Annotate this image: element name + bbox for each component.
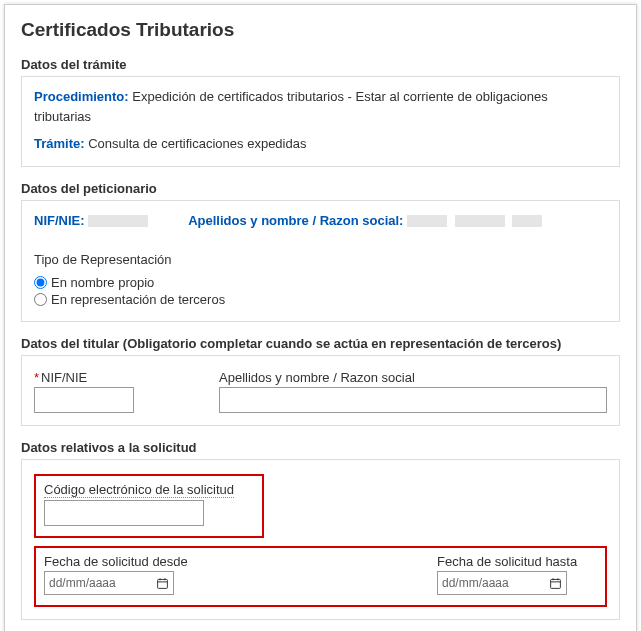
section-titular-title: Datos del titular (Obligatorio completar… bbox=[21, 336, 620, 351]
panel-tramite: Procedimiento: Expedición de certificado… bbox=[21, 76, 620, 167]
fecha-hasta-placeholder: dd/mm/aaaa bbox=[442, 576, 548, 590]
tramite-label: Trámite: bbox=[34, 136, 85, 151]
titular-nif-input[interactable] bbox=[34, 387, 134, 413]
apellidos-label: Apellidos y nombre / Razon social: bbox=[188, 213, 403, 228]
radio-propio[interactable] bbox=[34, 276, 47, 289]
fecha-desde-label: Fecha de solicitud desde bbox=[44, 554, 204, 569]
section-tramite-title: Datos del trámite bbox=[21, 57, 620, 72]
page-title: Certificados Tributarios bbox=[21, 19, 620, 41]
panel-peticionario: NIF/NIE: Apellidos y nombre / Razon soci… bbox=[21, 200, 620, 323]
titular-nif-label: NIF/NIE bbox=[41, 370, 87, 385]
fecha-hasta-label: Fecha de solicitud hasta bbox=[437, 554, 597, 569]
panel-solicitud: Código electrónico de la solicitud Fecha… bbox=[21, 459, 620, 620]
svg-rect-0 bbox=[157, 579, 167, 588]
fecha-hasta-input[interactable]: dd/mm/aaaa bbox=[437, 571, 567, 595]
highlight-codigo: Código electrónico de la solicitud bbox=[34, 474, 264, 538]
fecha-desde-input[interactable]: dd/mm/aaaa bbox=[44, 571, 174, 595]
titular-apellidos-input[interactable] bbox=[219, 387, 607, 413]
procedimiento-label: Procedimiento: bbox=[34, 89, 129, 104]
titular-apellidos-label: Apellidos y nombre / Razon social bbox=[219, 370, 607, 385]
required-marker: * bbox=[34, 370, 39, 385]
codigo-input[interactable] bbox=[44, 500, 204, 526]
tramite-value: Consulta de certificaciones expedidas bbox=[88, 136, 306, 151]
highlight-fechas: Fecha de solicitud desde dd/mm/aaaa Fech… bbox=[34, 546, 607, 607]
section-solicitud-title: Datos relativos a la solicitud bbox=[21, 440, 620, 455]
apellidos-value-redacted-1 bbox=[407, 215, 447, 227]
codigo-label: Código electrónico de la solicitud bbox=[44, 482, 234, 498]
apellidos-value-redacted-3 bbox=[512, 215, 542, 227]
calendar-icon[interactable] bbox=[155, 576, 169, 590]
radio-terceros-label: En representación de terceros bbox=[51, 292, 225, 307]
nif-label: NIF/NIE: bbox=[34, 213, 85, 228]
calendar-icon[interactable] bbox=[548, 576, 562, 590]
fecha-desde-placeholder: dd/mm/aaaa bbox=[49, 576, 155, 590]
apellidos-value-redacted-2 bbox=[455, 215, 505, 227]
panel-titular: *NIF/NIE Apellidos y nombre / Razon soci… bbox=[21, 355, 620, 426]
tipo-rep-label: Tipo de Representación bbox=[34, 252, 607, 267]
radio-terceros[interactable] bbox=[34, 293, 47, 306]
svg-rect-4 bbox=[550, 579, 560, 588]
radio-propio-label: En nombre propio bbox=[51, 275, 154, 290]
nif-value-redacted bbox=[88, 215, 148, 227]
section-peticionario-title: Datos del peticionario bbox=[21, 181, 620, 196]
